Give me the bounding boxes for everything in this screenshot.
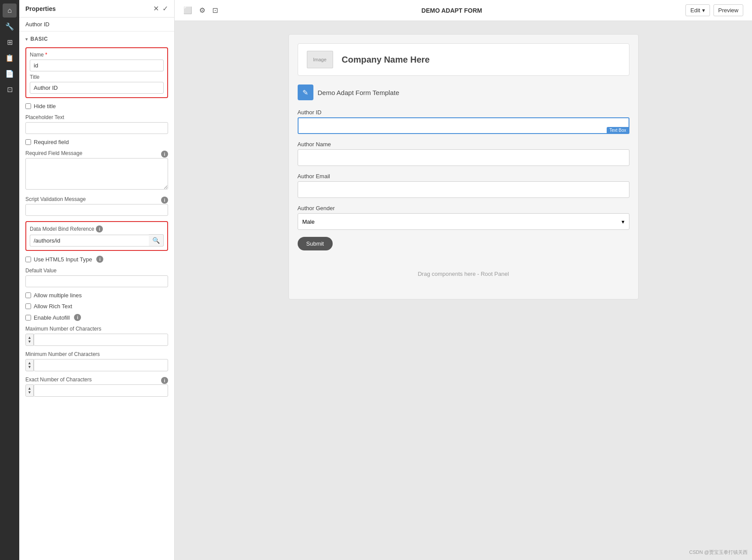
script-validation-info-icon[interactable]: i: [161, 197, 168, 204]
preview-button[interactable]: Preview: [713, 4, 743, 16]
data-model-group: Data Model Bind Reference i 🔍: [25, 221, 168, 251]
required-message-group: Required Field Message i: [19, 148, 174, 194]
data-model-info-icon[interactable]: i: [96, 225, 103, 232]
html5-checkbox[interactable]: [25, 257, 31, 262]
author-id-box[interactable]: Text Box: [298, 117, 629, 134]
header-actions: ✕ ✓: [153, 4, 168, 13]
author-email-field[interactable]: Author Email: [298, 173, 629, 198]
required-message-input[interactable]: [25, 158, 168, 190]
textbox-badge: Text Box: [607, 127, 629, 134]
placeholder-label: Placeholder Text: [25, 114, 168, 120]
left-toolbar: ⌂ 🔧 ⊞ 📋 📄 ⊡: [0, 0, 19, 560]
submit-button[interactable]: Submit: [298, 237, 333, 250]
rich-text-label[interactable]: Allow Rich Text: [34, 303, 72, 310]
autofill-label[interactable]: Enable Autofill: [34, 314, 70, 321]
required-message-label: Required Field Message: [25, 150, 82, 156]
max-chars-stepper-btn[interactable]: ▲▼: [25, 334, 34, 346]
exact-chars-info-icon[interactable]: i: [161, 377, 168, 384]
default-value-input[interactable]: [25, 275, 168, 287]
top-bar-right: Edit ▾ Preview: [685, 4, 743, 16]
script-validation-header: Script Validation Message i: [25, 196, 168, 204]
company-header: Image Company Name Here: [298, 43, 629, 76]
layers-icon[interactable]: ⊞: [3, 35, 17, 49]
title-field-group: Title: [30, 74, 164, 94]
author-name-label: Author Name: [298, 141, 629, 148]
author-id-field[interactable]: Author ID Text Box: [298, 109, 629, 134]
max-chars-input[interactable]: [34, 334, 168, 346]
placeholder-input[interactable]: [25, 122, 168, 134]
multiple-lines-group: Allow multiple lines: [19, 290, 174, 301]
author-gender-field[interactable]: Author Gender Male ▾: [298, 205, 629, 230]
home-icon[interactable]: ⌂: [3, 4, 17, 18]
placeholder-group: Placeholder Text: [19, 112, 174, 137]
html5-group: Use HTML5 Input Type i: [19, 254, 174, 265]
rich-text-group: Allow Rich Text: [19, 301, 174, 312]
hide-title-group: Hide title: [19, 101, 174, 112]
required-field-label[interactable]: Required field: [34, 139, 69, 145]
script-validation-input[interactable]: [25, 204, 168, 216]
name-input[interactable]: [30, 60, 164, 71]
form-title-text: Demo Adapt Form Template: [318, 89, 399, 96]
preview-label: Preview: [718, 7, 738, 14]
author-name-box[interactable]: [298, 149, 629, 166]
required-field-checkbox[interactable]: [25, 139, 31, 145]
html5-info-icon[interactable]: i: [96, 256, 103, 263]
hide-title-label[interactable]: Hide title: [34, 103, 56, 109]
book-icon[interactable]: 📋: [3, 51, 17, 65]
submit-row: Submit: [298, 237, 629, 250]
required-field-group: Required field: [19, 137, 174, 148]
edit-chevron-icon: ▾: [702, 7, 705, 14]
properties-title: Properties: [25, 5, 56, 12]
top-bar-title: DEMO ADAPT FORM: [422, 7, 482, 14]
multiple-lines-label[interactable]: Allow multiple lines: [34, 292, 82, 299]
edit-button[interactable]: Edit ▾: [685, 4, 710, 16]
section-label: BASIC: [31, 36, 48, 42]
min-chars-stepper-btn[interactable]: ▲▼: [25, 359, 34, 371]
author-email-label: Author Email: [298, 173, 629, 180]
exact-chars-group: Exact Number of Characters i ▲▼: [19, 374, 174, 399]
exact-chars-input[interactable]: [34, 384, 168, 397]
multiple-lines-checkbox[interactable]: [25, 292, 31, 298]
data-model-input[interactable]: [30, 235, 149, 247]
company-image: Image: [307, 51, 333, 68]
html5-label[interactable]: Use HTML5 Input Type: [34, 256, 92, 263]
exact-chars-label: Exact Number of Characters: [25, 377, 91, 383]
properties-subtitle: Author ID: [19, 18, 174, 32]
desktop-icon[interactable]: ⬜: [183, 6, 192, 14]
exact-chars-stepper-btn[interactable]: ▲▼: [25, 384, 34, 397]
properties-panel: Properties ✕ ✓ Author ID ▾ BASIC Name * …: [19, 0, 175, 560]
browse-button[interactable]: 🔍: [149, 234, 164, 247]
wrench-icon[interactable]: 🔧: [3, 19, 17, 33]
grid-icon[interactable]: ⊡: [3, 82, 17, 96]
canvas-area: Image Company Name Here ✎ Demo Adapt For…: [175, 21, 752, 560]
required-message-info-icon[interactable]: i: [161, 151, 168, 158]
author-email-box[interactable]: [298, 181, 629, 198]
author-name-field[interactable]: Author Name: [298, 141, 629, 166]
author-gender-label: Author Gender: [298, 205, 629, 211]
autofill-checkbox[interactable]: [25, 315, 31, 321]
check-icon[interactable]: ✓: [162, 4, 168, 13]
title-input[interactable]: [30, 82, 164, 94]
title-label: Title: [30, 74, 164, 80]
name-field-group: Name *: [30, 52, 164, 74]
close-icon[interactable]: ✕: [153, 4, 159, 13]
hide-title-checkbox[interactable]: [25, 103, 31, 109]
file-icon[interactable]: 📄: [3, 67, 17, 81]
autofill-group: Enable Autofill i: [19, 312, 174, 323]
edit-label: Edit: [690, 7, 700, 14]
form-title-icon: ✎: [298, 85, 313, 100]
form-canvas: Image Company Name Here ✎ Demo Adapt For…: [288, 34, 639, 299]
autofill-info-icon[interactable]: i: [74, 314, 81, 321]
settings-icon[interactable]: ⚙: [199, 6, 205, 14]
company-name: Company Name Here: [342, 55, 430, 65]
top-bar: ⬜ ⚙ ⊡ DEMO ADAPT FORM Edit ▾ Preview: [175, 0, 752, 21]
author-gender-select[interactable]: Male ▾: [298, 213, 629, 230]
min-chars-input[interactable]: [34, 359, 168, 371]
name-label: Name *: [30, 52, 164, 58]
rich-text-checkbox[interactable]: [25, 303, 31, 309]
gender-value: Male: [302, 218, 315, 225]
data-model-input-row: 🔍: [30, 234, 164, 247]
chevron-icon: ▾: [25, 37, 28, 42]
layout-icon[interactable]: ⊡: [212, 6, 218, 14]
min-chars-stepper: ▲▼: [25, 359, 168, 371]
